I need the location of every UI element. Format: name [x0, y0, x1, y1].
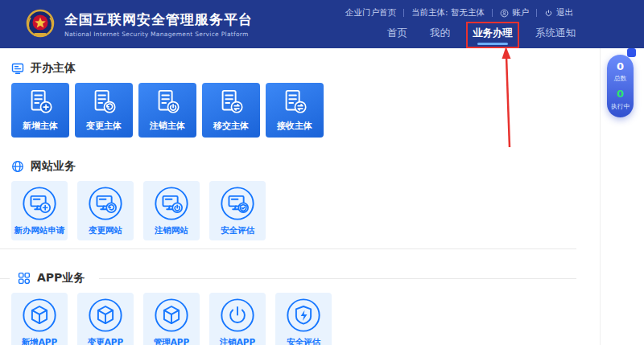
section-title: APP业务 — [11, 271, 576, 285]
grid-icon — [18, 272, 31, 285]
doc-transfer-icon — [217, 88, 245, 116]
account-link[interactable]: 账户 — [500, 7, 529, 18]
user-icon — [500, 9, 509, 18]
tile-button[interactable]: 管理APP — [143, 293, 200, 345]
tile-button[interactable]: 新增主体 — [11, 83, 69, 138]
total-label: 总数 — [614, 75, 627, 82]
current-subject-label: 当前主体: 暂无主体 — [411, 7, 485, 18]
section-title: 开办主体 — [11, 61, 576, 76]
logout-link[interactable]: 退出 — [544, 7, 573, 18]
tile-button[interactable]: 变更APP — [77, 293, 134, 345]
running-label: 执行中 — [611, 102, 630, 109]
doc-plus-icon — [27, 88, 54, 116]
widget-dot — [627, 48, 636, 57]
app-power-icon — [219, 297, 256, 334]
total-count: 0 — [617, 61, 624, 72]
tile-button[interactable]: 注销网站 — [143, 181, 200, 240]
tile-button[interactable]: 安全评估 — [275, 293, 332, 345]
subject-icon — [11, 62, 24, 75]
section-title: 网站业务 — [11, 159, 576, 174]
power-icon — [544, 9, 553, 18]
active-underline — [477, 43, 508, 45]
legend-line — [0, 278, 10, 279]
main-content: 开办主体 新增主体 变更主体 注销主体 移交主体 接收主体 网站业务 新办网站申… — [0, 48, 644, 345]
doc-receive-icon — [281, 88, 308, 116]
separator — [536, 9, 537, 17]
separator — [492, 9, 493, 17]
doc-power-icon — [154, 88, 181, 116]
globe-icon — [11, 160, 24, 173]
nav-item-2[interactable]: 我的 — [429, 25, 451, 45]
panel-edge-line — [600, 48, 601, 345]
tile-button[interactable]: 注销主体 — [138, 83, 196, 138]
app-box-icon — [87, 297, 124, 334]
site-change-icon — [87, 185, 124, 222]
tile-button[interactable]: 注销APP — [209, 293, 266, 345]
tile-button[interactable]: 变更网站 — [77, 181, 134, 240]
police-badge-icon — [24, 8, 56, 40]
doc-refresh-icon — [90, 88, 118, 116]
separator — [403, 9, 404, 17]
nav-item-4[interactable]: 系统通知 — [535, 25, 576, 45]
site-cancel-icon — [153, 185, 190, 222]
tiles-2: 新办网站申请 变更网站 注销网站 安全评估 — [11, 181, 576, 240]
app-box-icon — [21, 297, 58, 334]
tile-button[interactable]: 变更主体 — [75, 83, 133, 138]
tile-button[interactable]: 移交主体 — [202, 83, 260, 138]
tile-button[interactable]: 安全评估 — [209, 181, 266, 240]
logo: 全国互联网安全管理服务平台 National Internet Security… — [24, 8, 253, 40]
portal-home-link[interactable]: 企业门户首页 — [345, 7, 396, 18]
page: 全国互联网安全管理服务平台 National Internet Security… — [0, 0, 644, 345]
app-shield-icon — [285, 297, 322, 334]
tile-button[interactable]: 接收主体 — [266, 83, 324, 138]
tile-button[interactable]: 新办网站申请 — [11, 181, 68, 240]
site-title: 全国互联网安全管理服务平台 — [64, 10, 253, 29]
site-new-icon — [21, 185, 58, 222]
nav-item-1[interactable]: 首页 — [386, 25, 408, 45]
tile-button[interactable]: 新增APP — [11, 293, 68, 345]
top-links: 企业门户首页 当前主体: 暂无主体 账户 退出 — [345, 7, 573, 18]
running-count: 0 — [617, 88, 624, 100]
app-box-icon — [153, 297, 190, 334]
legend-line — [99, 278, 576, 279]
task-count-widget[interactable]: 0 总数 0 执行中 — [607, 55, 634, 117]
tiles-1: 新增主体 变更主体 注销主体 移交主体 接收主体 — [11, 83, 576, 138]
nav-item-3[interactable]: 业务办理 — [472, 25, 514, 45]
tiles-3: 新增APP 变更APP 管理APP 注销APP 安全评估 — [11, 293, 576, 345]
section-divider — [0, 248, 576, 249]
site-assess-icon — [219, 185, 256, 222]
main-nav: 首页 我的 业务办理 系统通知 — [386, 21, 576, 48]
site-subtitle: National Internet Security Management Se… — [64, 31, 253, 38]
header: 全国互联网安全管理服务平台 National Internet Security… — [0, 0, 644, 48]
